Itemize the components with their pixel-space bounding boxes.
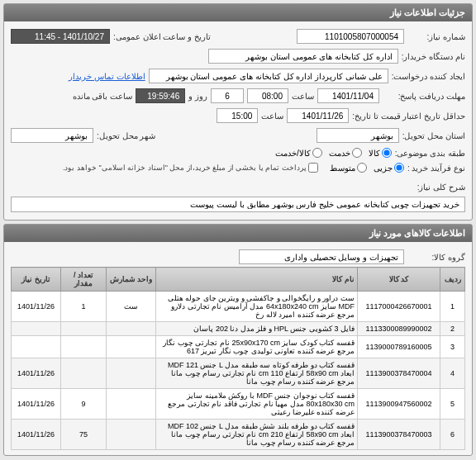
- radio-kala-lbl: کالا: [369, 149, 380, 158]
- goods-panel-body: گروه کالا: تجهیزات و وسایل تحصیلی واداری…: [4, 242, 472, 455]
- partial-payment-checkbox[interactable]: [308, 163, 318, 173]
- radio-khedmat[interactable]: خدمت: [329, 148, 362, 158]
- reply-deadline-date: 1401/11/04: [317, 88, 379, 103]
- cell-row: 5: [440, 389, 465, 420]
- th-row[interactable]: ردیف: [440, 268, 465, 292]
- cell-qty: [61, 322, 107, 336]
- radio-medium-input[interactable]: [357, 163, 367, 173]
- cell-row: 1: [440, 292, 465, 322]
- cell-name: فایل 3 کشویی جنس HPL و فلز مدل دنا 202 پ…: [156, 322, 358, 336]
- radio-both-input[interactable]: [312, 148, 322, 158]
- table-row[interactable]: 31139000789160005قفسه کتاب کودک سایز 25x…: [12, 336, 465, 358]
- contact-link[interactable]: اطلاعات تماس خریدار: [69, 72, 145, 81]
- radio-small-lbl: جزیی: [374, 164, 393, 173]
- cell-date: 1401/11/26: [12, 420, 61, 450]
- need-info-header[interactable]: جزئیات اطلاعات نیاز: [4, 4, 472, 21]
- creator-value: علی شبانی کارپرداز اداره کل کتابخانه های…: [149, 69, 388, 83]
- cell-code: 1113900378470004: [358, 358, 440, 389]
- table-row[interactable]: 11117000426670001ست دراور و رایگخوالی و …: [12, 292, 465, 322]
- need-info-body: شماره نیاز: 1101005807000054 تاریخ و ساع…: [4, 21, 472, 220]
- days-lbl2: ساعت باقی مانده: [73, 92, 133, 101]
- validity-time-lbl: ساعت: [261, 111, 283, 121]
- cell-row: 6: [440, 420, 465, 450]
- table-row[interactable]: 21113300089990002فایل 3 کشویی جنس HPL و …: [12, 322, 465, 336]
- cell-name: ست دراور و رایگخوالی و جاکفشی و ویترین ج…: [156, 292, 358, 322]
- table-row[interactable]: 41113900378470004قفسه کتاب دو طرفه کوتاه…: [12, 358, 465, 389]
- cell-date: 1401/11/26: [12, 358, 61, 389]
- announce-datetime-value: 1401/10/27 - 11:45: [11, 29, 110, 44]
- goods-group-label: گروه کالا:: [407, 253, 465, 262]
- cell-qty: 9: [61, 389, 107, 420]
- cell-name: قفسه کتاب کودک سایز 25x90x170 cm نام تجا…: [156, 336, 358, 358]
- table-header-row: ردیف کد کالا نام کالا واحد شمارش تعداد /…: [12, 268, 465, 292]
- cell-date: 1401/11/26: [12, 292, 61, 322]
- cell-date: 1401/11/26: [12, 389, 61, 420]
- partial-payment-check[interactable]: پرداخت تمام یا بخشی از مبلغ خرید،از محل …: [63, 163, 318, 173]
- cell-unit: [107, 336, 156, 358]
- cell-unit: [107, 389, 156, 420]
- th-code[interactable]: کد کالا: [358, 268, 440, 292]
- cell-unit: [107, 420, 156, 450]
- table-row[interactable]: 61113900378470003قفسه کتاب دو طرفه بلند …: [12, 420, 465, 450]
- cell-code: 1113900378470003: [358, 420, 440, 450]
- radio-medium[interactable]: متوسط: [330, 163, 367, 173]
- radio-khedmat-lbl: خدمت: [329, 149, 350, 158]
- cell-qty: 1: [61, 292, 107, 322]
- radio-both[interactable]: کالا/خدمت: [275, 148, 322, 158]
- reply-time-lbl: ساعت: [292, 92, 314, 101]
- process-radio-group: جزیی متوسط: [330, 163, 404, 173]
- radio-kala-input[interactable]: [382, 148, 392, 158]
- cell-unit: [107, 358, 156, 389]
- need-number-value: 1101005807000054: [297, 29, 404, 44]
- radio-khedmat-input[interactable]: [352, 148, 362, 158]
- validity-label: حداقل تاریخ اعتبار قیمت تا تاریخ:: [352, 111, 465, 121]
- need-info-panel: جزئیات اطلاعات نیاز شماره نیاز: 11010058…: [3, 3, 473, 221]
- validity-time: 15:00: [217, 108, 258, 123]
- days-remaining: 6: [211, 88, 244, 103]
- cell-name: قفسه کتاب دو طرفه بلند شش طبقه مدل L جنس…: [156, 420, 358, 450]
- cell-unit: ست: [107, 292, 156, 322]
- table-row[interactable]: 51113900947560002قفسه کتاب نوجوان جنس MD…: [12, 389, 465, 420]
- th-name[interactable]: نام کالا: [156, 268, 358, 292]
- cell-qty: 75: [61, 420, 107, 450]
- partial-payment-lbl: پرداخت تمام یا بخشی از مبلغ خرید،از محل …: [63, 164, 307, 172]
- subject-radio-group: کالا خدمت کالا/خدمت: [275, 148, 392, 158]
- radio-small[interactable]: جزیی: [374, 163, 404, 173]
- th-qty[interactable]: تعداد / مقدار: [61, 268, 107, 292]
- radio-small-input[interactable]: [394, 163, 404, 173]
- exec-province-value: بوشهر: [317, 128, 399, 143]
- purchase-type-label: نوع فرآیند خرید :: [407, 164, 465, 173]
- goods-panel-header[interactable]: اطلاعات کالاهای مورد نیاز: [4, 225, 472, 242]
- days-lbl1: روز و: [188, 92, 207, 101]
- goods-group-value: تجهیزات و وسایل تحصیلی واداری: [239, 249, 404, 264]
- goods-table: ردیف کد کالا نام کالا واحد شمارش تعداد /…: [11, 267, 465, 450]
- need-number-label: شماره نیاز:: [407, 32, 465, 41]
- description-input[interactable]: [11, 197, 465, 212]
- cell-code: 1139000789160005: [358, 336, 440, 358]
- radio-medium-lbl: متوسط: [330, 164, 355, 173]
- cell-row: 4: [440, 358, 465, 389]
- th-unit[interactable]: واحد شمارش: [107, 268, 156, 292]
- reply-deadline-label: مهلت دریافت پاسخ:: [383, 92, 465, 101]
- buyer-name-value: اداره کل کتابخانه های عمومی استان بوشهر: [208, 49, 398, 64]
- exec-province-label: استان محل تحویل:: [402, 131, 465, 140]
- description-label: شرح کلی نیاز:: [407, 183, 465, 192]
- validity-date: 1401/11/26: [287, 108, 349, 123]
- cell-code: 1113300089990002: [358, 322, 440, 336]
- buyer-name-label: نام دستگاه خریدار:: [402, 52, 465, 61]
- radio-both-lbl: کالا/خدمت: [275, 149, 311, 158]
- time-remaining: 19:59:46: [136, 88, 185, 103]
- cell-row: 3: [440, 336, 465, 358]
- cell-name: قفسه کتاب نوجوان جنس MDF با روکش ملامینه…: [156, 389, 358, 420]
- cell-date: [12, 336, 61, 358]
- cell-qty: [61, 358, 107, 389]
- cell-row: 2: [440, 322, 465, 336]
- creator-label: ایجاد کننده درخواست:: [392, 72, 465, 81]
- th-date[interactable]: تاریخ نیاز: [12, 268, 61, 292]
- cell-unit: [107, 322, 156, 336]
- reply-deadline-time: 08:00: [247, 88, 288, 103]
- cell-date: [12, 322, 61, 336]
- cell-code: 1117000426670001: [358, 292, 440, 322]
- cell-name: قفسه کتاب دو طرفه کوتاه سه طبقه مدل L جن…: [156, 358, 358, 389]
- radio-kala[interactable]: کالا: [369, 148, 392, 158]
